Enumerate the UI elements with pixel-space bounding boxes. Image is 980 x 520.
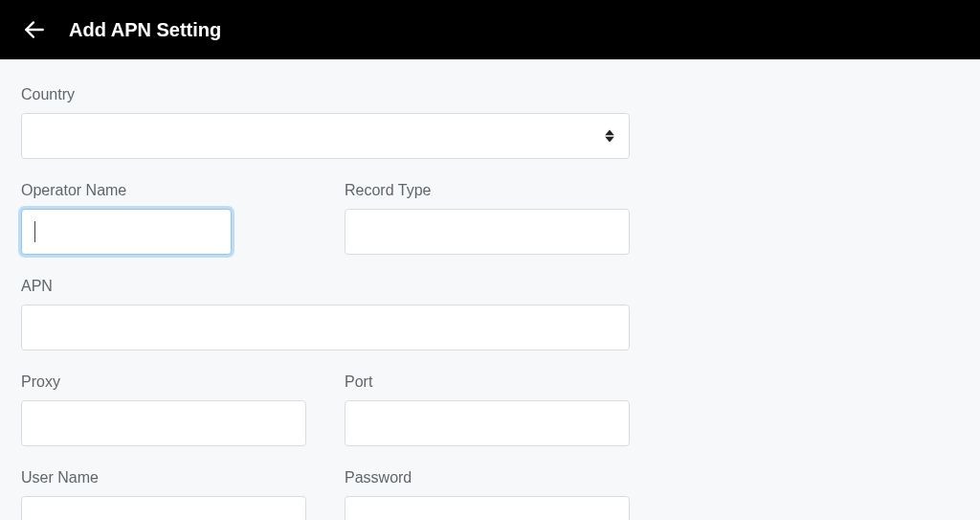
port-group: Port	[345, 373, 630, 446]
back-button[interactable]	[19, 14, 50, 45]
user-name-group: User Name	[21, 469, 306, 520]
record-type-group: Record Type	[345, 182, 630, 255]
proxy-input[interactable]	[21, 400, 306, 446]
country-label: Country	[21, 86, 630, 103]
operator-name-label: Operator Name	[21, 182, 306, 199]
port-input[interactable]	[345, 400, 630, 446]
password-label: Password	[345, 469, 630, 486]
record-type-label: Record Type	[345, 182, 630, 199]
password-group: Password	[345, 469, 630, 520]
back-arrow-icon	[22, 17, 47, 42]
country-select[interactable]	[21, 113, 630, 159]
operator-name-input[interactable]	[21, 209, 232, 255]
header-bar: Add APN Setting	[0, 0, 980, 59]
page-title: Add APN Setting	[69, 19, 221, 41]
proxy-group: Proxy	[21, 373, 306, 446]
record-type-input[interactable]	[345, 209, 630, 255]
form-container: Country Operator Name Record Type AP	[0, 59, 651, 520]
password-input[interactable]	[345, 496, 630, 520]
apn-group: APN	[21, 278, 630, 350]
port-label: Port	[345, 373, 630, 391]
user-name-label: User Name	[21, 469, 306, 486]
operator-name-group: Operator Name	[21, 182, 306, 255]
user-name-input[interactable]	[21, 496, 306, 520]
apn-label: APN	[21, 278, 630, 295]
country-group: Country	[21, 86, 630, 159]
apn-input[interactable]	[21, 305, 630, 350]
proxy-label: Proxy	[21, 373, 306, 391]
text-cursor	[34, 221, 35, 242]
